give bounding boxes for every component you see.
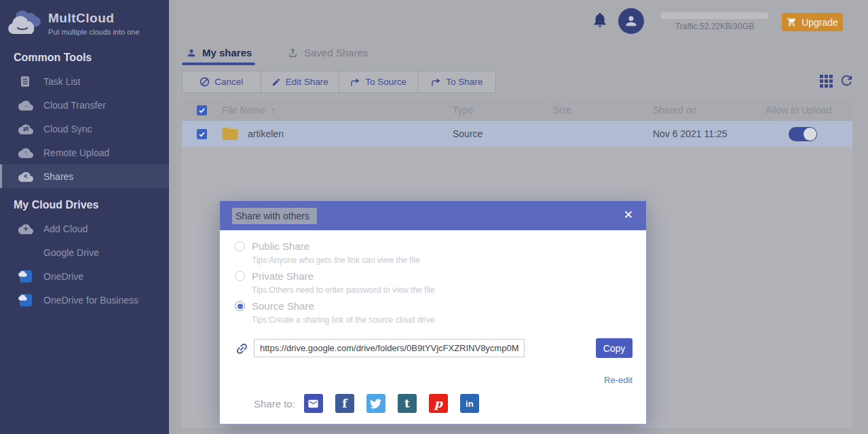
sidebar-item-remote-upload[interactable]: ↑ Remote Upload (0, 141, 169, 164)
pinterest-share-icon[interactable]: p (429, 394, 448, 413)
sidebar-item-label: Task List (43, 76, 80, 87)
sidebar-item-label: Google Drive (43, 247, 99, 258)
sidebar-item-google-drive[interactable]: Google Drive (0, 240, 169, 264)
sidebar-item-label: Shares (43, 171, 73, 182)
twitter-share-icon[interactable] (366, 394, 385, 413)
onedrive-icon (18, 270, 33, 283)
private-share-radio[interactable] (235, 271, 245, 281)
table-row[interactable]: artikelen Source Nov 6 2021 11:25 (182, 121, 852, 147)
to-source-button[interactable]: To Source (339, 71, 417, 92)
sidebar-item-onedrive[interactable]: OneDrive (0, 264, 169, 288)
sidebar-item-label: Add Cloud (43, 223, 88, 234)
column-header-allow-to-upload: Allow to Upload (758, 105, 852, 115)
cart-icon (787, 17, 797, 27)
table-header-row: File Name ↑ Type Size Shared on Allow to… (182, 99, 852, 121)
sidebar: MultCloud Put multiple clouds into one C… (0, 0, 169, 434)
refresh-icon[interactable] (839, 73, 854, 91)
shares-icon: < (18, 170, 33, 183)
user-avatar[interactable] (618, 8, 644, 34)
sidebar-scrollbar-track[interactable] (169, 0, 176, 434)
dialog-title: Share with others (232, 208, 317, 224)
sidebar-item-add-cloud[interactable]: + Add Cloud (0, 217, 169, 240)
source-share-radio[interactable] (235, 301, 245, 311)
toolbar-button-label: To Share (446, 77, 483, 87)
toolbar-button-label: Cancel (214, 77, 243, 87)
tab-saved-shares[interactable]: Saved Shares (287, 47, 368, 58)
tab-my-shares[interactable]: My shares (186, 47, 252, 58)
sidebar-item-label: Cloud Transfer (43, 100, 106, 111)
toolbar-button-label: To Source (365, 77, 407, 87)
sidebar-item-cloud-transfer[interactable]: → Cloud Transfer (0, 93, 169, 117)
cancel-icon (200, 77, 210, 87)
active-tab-indicator (182, 62, 255, 65)
row-checkbox[interactable] (197, 129, 207, 139)
tab-label: Saved Shares (304, 47, 368, 58)
option-tip: Tips:Others need to enter password to vi… (252, 285, 435, 295)
app-title: MultCloud (48, 11, 140, 26)
to-share-button[interactable]: To Share (417, 71, 496, 92)
onedrive-business-icon (18, 294, 33, 306)
dialog-header: Share with others ✕ (220, 201, 646, 230)
select-all-checkbox[interactable] (197, 105, 207, 115)
sidebar-item-label: Remote Upload (43, 147, 109, 158)
re-edit-link[interactable]: Re-edit (604, 375, 633, 385)
public-share-radio[interactable] (235, 241, 245, 251)
option-public-share: Public Share Tips:Anyone who gets the li… (235, 240, 420, 265)
saved-shares-icon (287, 48, 299, 58)
section-header-my-cloud-drives: My Cloud Drives (14, 199, 169, 211)
shares-toolbar: Cancel Edit Share To Source To Share (182, 71, 496, 93)
traffic-label: Traffic:52.22KB/30GB (650, 22, 779, 31)
tumblr-share-icon[interactable]: t (398, 394, 417, 413)
grid-view-icon[interactable] (820, 75, 833, 90)
upgrade-button[interactable]: Upgrade (782, 13, 843, 31)
file-type: Source (445, 128, 546, 139)
close-icon[interactable]: ✕ (624, 208, 633, 222)
person-icon (186, 48, 197, 58)
sidebar-item-task-list[interactable]: Task List (0, 69, 169, 93)
sidebar-item-onedrive-for-business[interactable]: OneDrive for Business (0, 288, 169, 312)
branch-arrow-icon (430, 77, 441, 88)
share-with-others-dialog: Share with others ✕ Public Share Tips:An… (219, 200, 647, 424)
upgrade-label: Upgrade (801, 17, 838, 28)
link-chain-icon (235, 342, 249, 359)
share-link-input[interactable] (254, 339, 525, 357)
share-to-row: Share to: f t p in (254, 394, 491, 413)
sidebar-item-label: OneDrive (43, 271, 83, 282)
cloud-transfer-icon: → (18, 99, 33, 111)
toolbar-button-label: Edit Share (286, 77, 328, 87)
column-header-file-name[interactable]: File Name ↑ (214, 105, 445, 115)
sort-ascending-icon: ↑ (271, 105, 276, 115)
option-tip: Tips:Create a sharing link of the source… (252, 315, 435, 325)
linkedin-share-icon[interactable]: in (460, 394, 479, 413)
edit-share-button[interactable]: Edit Share (261, 71, 339, 92)
app-logo[interactable]: MultCloud Put multiple clouds into one (0, 0, 169, 41)
option-label: Public Share (252, 240, 309, 252)
email-share-icon[interactable] (304, 394, 323, 413)
sidebar-item-shares[interactable]: < Shares (0, 164, 169, 188)
sidebar-item-cloud-sync[interactable]: ⇄ Cloud Sync (0, 117, 169, 141)
edit-pencil-icon (271, 77, 281, 87)
column-header-shared-on: Shared on (645, 105, 758, 115)
tab-label: My shares (202, 47, 252, 58)
facebook-share-icon[interactable]: f (335, 394, 354, 413)
sidebar-item-label: OneDrive for Business (43, 295, 138, 306)
column-header-type: Type (445, 105, 546, 115)
remote-upload-icon: ↑ (18, 147, 33, 159)
section-header-common-tools: Common Tools (14, 52, 169, 64)
folder-icon (222, 127, 238, 141)
cancel-button[interactable]: Cancel (183, 71, 261, 92)
allow-upload-toggle[interactable] (789, 127, 817, 141)
option-tip: Tips:Anyone who gets the link can view t… (252, 255, 420, 265)
file-name: artikelen (248, 128, 284, 139)
copy-button[interactable]: Copy (596, 338, 633, 358)
option-label: Private Share (252, 270, 314, 282)
multcloud-logo-icon (7, 10, 42, 38)
column-header-size: Size (546, 105, 645, 115)
option-private-share: Private Share Tips:Others need to enter … (235, 270, 435, 295)
app-tagline: Put multiple clouds into one (48, 28, 140, 36)
cloud-sync-icon: ⇄ (18, 123, 33, 135)
branch-arrow-icon (350, 77, 360, 88)
traffic-meter (660, 12, 769, 19)
task-list-icon (18, 75, 33, 88)
notifications-bell-icon[interactable] (591, 11, 609, 31)
